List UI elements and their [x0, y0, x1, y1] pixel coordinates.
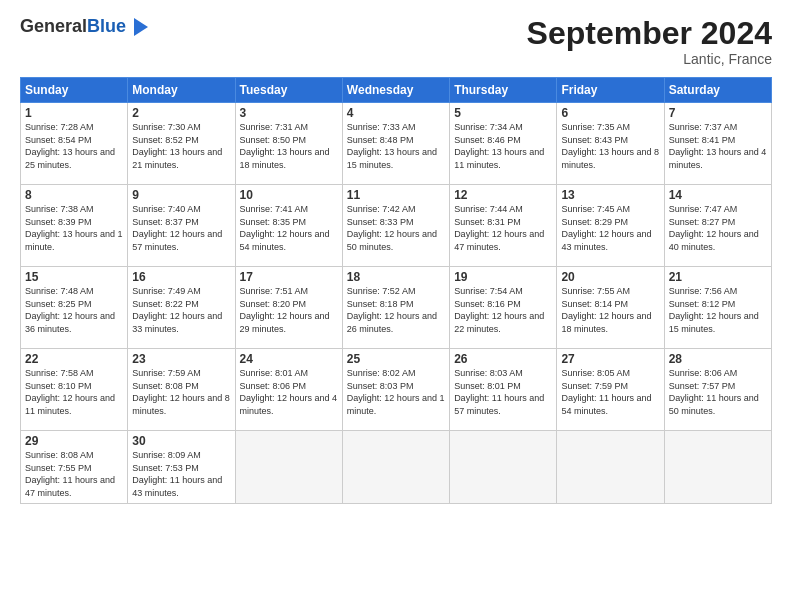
- col-thursday: Thursday: [450, 78, 557, 103]
- day-number: 24: [240, 352, 338, 366]
- calendar-page: GeneralBlue September 2024 Lantic, Franc…: [0, 0, 792, 612]
- day-info: Sunrise: 7:51 AMSunset: 8:20 PMDaylight:…: [240, 285, 338, 335]
- calendar-week-2: 15Sunrise: 7:48 AMSunset: 8:25 PMDayligh…: [21, 267, 772, 349]
- calendar-cell: 22Sunrise: 7:58 AMSunset: 8:10 PMDayligh…: [21, 349, 128, 431]
- day-number: 22: [25, 352, 123, 366]
- day-info: Sunrise: 8:03 AMSunset: 8:01 PMDaylight:…: [454, 367, 552, 417]
- calendar-cell: 20Sunrise: 7:55 AMSunset: 8:14 PMDayligh…: [557, 267, 664, 349]
- day-number: 8: [25, 188, 123, 202]
- day-number: 17: [240, 270, 338, 284]
- calendar-cell: [557, 431, 664, 503]
- day-number: 26: [454, 352, 552, 366]
- header: GeneralBlue September 2024 Lantic, Franc…: [20, 16, 772, 67]
- day-info: Sunrise: 7:49 AMSunset: 8:22 PMDaylight:…: [132, 285, 230, 335]
- calendar-cell: 7Sunrise: 7:37 AMSunset: 8:41 PMDaylight…: [664, 103, 771, 185]
- day-info: Sunrise: 8:06 AMSunset: 7:57 PMDaylight:…: [669, 367, 767, 417]
- day-info: Sunrise: 8:05 AMSunset: 7:59 PMDaylight:…: [561, 367, 659, 417]
- calendar-cell: [342, 431, 449, 503]
- day-number: 28: [669, 352, 767, 366]
- day-info: Sunrise: 8:09 AMSunset: 7:53 PMDaylight:…: [132, 449, 230, 499]
- calendar-cell: 12Sunrise: 7:44 AMSunset: 8:31 PMDayligh…: [450, 185, 557, 267]
- logo-blue: Blue: [87, 16, 126, 36]
- calendar-cell: 11Sunrise: 7:42 AMSunset: 8:33 PMDayligh…: [342, 185, 449, 267]
- day-info: Sunrise: 7:40 AMSunset: 8:37 PMDaylight:…: [132, 203, 230, 253]
- calendar-cell: 21Sunrise: 7:56 AMSunset: 8:12 PMDayligh…: [664, 267, 771, 349]
- day-info: Sunrise: 7:58 AMSunset: 8:10 PMDaylight:…: [25, 367, 123, 417]
- day-number: 13: [561, 188, 659, 202]
- day-number: 6: [561, 106, 659, 120]
- calendar-cell: 8Sunrise: 7:38 AMSunset: 8:39 PMDaylight…: [21, 185, 128, 267]
- day-number: 18: [347, 270, 445, 284]
- col-wednesday: Wednesday: [342, 78, 449, 103]
- calendar-week-4: 29Sunrise: 8:08 AMSunset: 7:55 PMDayligh…: [21, 431, 772, 503]
- calendar-cell: 17Sunrise: 7:51 AMSunset: 8:20 PMDayligh…: [235, 267, 342, 349]
- logo-icon: [128, 16, 150, 38]
- day-info: Sunrise: 8:08 AMSunset: 7:55 PMDaylight:…: [25, 449, 123, 499]
- calendar-cell: 16Sunrise: 7:49 AMSunset: 8:22 PMDayligh…: [128, 267, 235, 349]
- day-info: Sunrise: 7:42 AMSunset: 8:33 PMDaylight:…: [347, 203, 445, 253]
- calendar-cell: 28Sunrise: 8:06 AMSunset: 7:57 PMDayligh…: [664, 349, 771, 431]
- day-number: 12: [454, 188, 552, 202]
- calendar-table: Sunday Monday Tuesday Wednesday Thursday…: [20, 77, 772, 503]
- col-sunday: Sunday: [21, 78, 128, 103]
- day-info: Sunrise: 7:56 AMSunset: 8:12 PMDaylight:…: [669, 285, 767, 335]
- calendar-cell: 19Sunrise: 7:54 AMSunset: 8:16 PMDayligh…: [450, 267, 557, 349]
- day-number: 16: [132, 270, 230, 284]
- day-info: Sunrise: 7:30 AMSunset: 8:52 PMDaylight:…: [132, 121, 230, 171]
- day-number: 1: [25, 106, 123, 120]
- calendar-cell: [235, 431, 342, 503]
- day-info: Sunrise: 7:54 AMSunset: 8:16 PMDaylight:…: [454, 285, 552, 335]
- calendar-cell: [664, 431, 771, 503]
- calendar-cell: 5Sunrise: 7:34 AMSunset: 8:46 PMDaylight…: [450, 103, 557, 185]
- calendar-cell: 23Sunrise: 7:59 AMSunset: 8:08 PMDayligh…: [128, 349, 235, 431]
- col-saturday: Saturday: [664, 78, 771, 103]
- col-monday: Monday: [128, 78, 235, 103]
- day-number: 15: [25, 270, 123, 284]
- day-number: 5: [454, 106, 552, 120]
- day-info: Sunrise: 7:35 AMSunset: 8:43 PMDaylight:…: [561, 121, 659, 171]
- title-area: September 2024 Lantic, France: [527, 16, 772, 67]
- calendar-cell: [450, 431, 557, 503]
- day-number: 30: [132, 434, 230, 448]
- calendar-week-1: 8Sunrise: 7:38 AMSunset: 8:39 PMDaylight…: [21, 185, 772, 267]
- day-number: 27: [561, 352, 659, 366]
- day-info: Sunrise: 7:59 AMSunset: 8:08 PMDaylight:…: [132, 367, 230, 417]
- calendar-cell: 14Sunrise: 7:47 AMSunset: 8:27 PMDayligh…: [664, 185, 771, 267]
- header-row: Sunday Monday Tuesday Wednesday Thursday…: [21, 78, 772, 103]
- calendar-cell: 29Sunrise: 8:08 AMSunset: 7:55 PMDayligh…: [21, 431, 128, 503]
- day-number: 2: [132, 106, 230, 120]
- day-info: Sunrise: 7:34 AMSunset: 8:46 PMDaylight:…: [454, 121, 552, 171]
- day-number: 4: [347, 106, 445, 120]
- day-info: Sunrise: 8:01 AMSunset: 8:06 PMDaylight:…: [240, 367, 338, 417]
- day-info: Sunrise: 7:31 AMSunset: 8:50 PMDaylight:…: [240, 121, 338, 171]
- day-number: 23: [132, 352, 230, 366]
- calendar-cell: 6Sunrise: 7:35 AMSunset: 8:43 PMDaylight…: [557, 103, 664, 185]
- day-info: Sunrise: 7:48 AMSunset: 8:25 PMDaylight:…: [25, 285, 123, 335]
- day-info: Sunrise: 7:44 AMSunset: 8:31 PMDaylight:…: [454, 203, 552, 253]
- calendar-cell: 13Sunrise: 7:45 AMSunset: 8:29 PMDayligh…: [557, 185, 664, 267]
- day-number: 11: [347, 188, 445, 202]
- calendar-cell: 2Sunrise: 7:30 AMSunset: 8:52 PMDaylight…: [128, 103, 235, 185]
- day-info: Sunrise: 7:47 AMSunset: 8:27 PMDaylight:…: [669, 203, 767, 253]
- day-number: 14: [669, 188, 767, 202]
- day-info: Sunrise: 7:38 AMSunset: 8:39 PMDaylight:…: [25, 203, 123, 253]
- day-info: Sunrise: 7:45 AMSunset: 8:29 PMDaylight:…: [561, 203, 659, 253]
- day-info: Sunrise: 7:52 AMSunset: 8:18 PMDaylight:…: [347, 285, 445, 335]
- day-info: Sunrise: 7:28 AMSunset: 8:54 PMDaylight:…: [25, 121, 123, 171]
- day-info: Sunrise: 7:41 AMSunset: 8:35 PMDaylight:…: [240, 203, 338, 253]
- logo-general: General: [20, 16, 87, 36]
- day-info: Sunrise: 8:02 AMSunset: 8:03 PMDaylight:…: [347, 367, 445, 417]
- calendar-cell: 3Sunrise: 7:31 AMSunset: 8:50 PMDaylight…: [235, 103, 342, 185]
- calendar-cell: 9Sunrise: 7:40 AMSunset: 8:37 PMDaylight…: [128, 185, 235, 267]
- day-number: 10: [240, 188, 338, 202]
- calendar-week-0: 1Sunrise: 7:28 AMSunset: 8:54 PMDaylight…: [21, 103, 772, 185]
- calendar-week-3: 22Sunrise: 7:58 AMSunset: 8:10 PMDayligh…: [21, 349, 772, 431]
- day-number: 19: [454, 270, 552, 284]
- day-info: Sunrise: 7:55 AMSunset: 8:14 PMDaylight:…: [561, 285, 659, 335]
- day-number: 29: [25, 434, 123, 448]
- svg-marker-0: [134, 18, 148, 36]
- calendar-cell: 27Sunrise: 8:05 AMSunset: 7:59 PMDayligh…: [557, 349, 664, 431]
- calendar-cell: 18Sunrise: 7:52 AMSunset: 8:18 PMDayligh…: [342, 267, 449, 349]
- day-number: 25: [347, 352, 445, 366]
- day-info: Sunrise: 7:37 AMSunset: 8:41 PMDaylight:…: [669, 121, 767, 171]
